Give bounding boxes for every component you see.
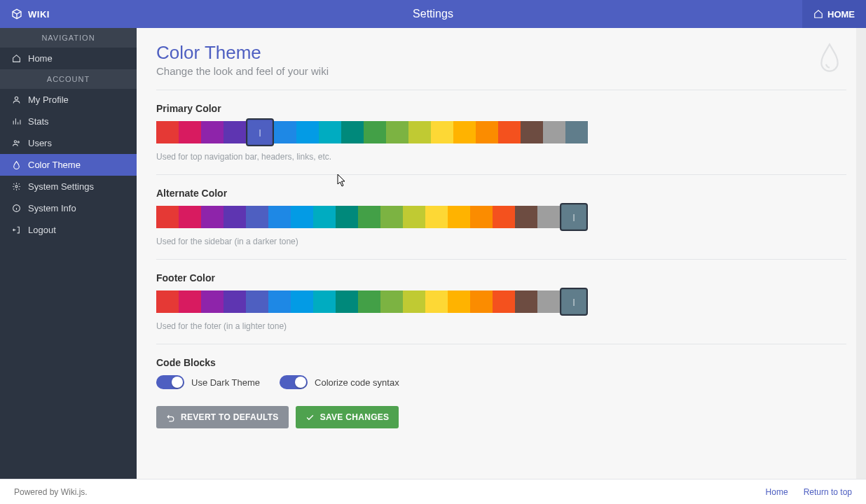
color-swatch[interactable] [431,121,453,144]
page-title: Color Theme [156,42,846,64]
sidebar-item-my-profile[interactable]: My Profile [0,89,137,111]
color-swatch[interactable] [179,206,201,228]
color-swatch[interactable] [403,290,425,313]
color-swatch[interactable] [179,121,201,144]
color-swatch[interactable] [224,206,246,228]
footer-powered: Powered by Wiki.js. [14,487,88,497]
color-swatch[interactable] [543,121,565,144]
color-swatch[interactable] [156,121,179,144]
color-swatch[interactable] [201,121,224,144]
color-swatch[interactable] [476,121,498,144]
color-swatch[interactable] [313,290,336,313]
color-swatch[interactable]: | [246,118,274,146]
svg-point-0 [15,97,18,99]
color-swatch[interactable] [336,290,358,313]
color-swatch[interactable] [515,290,537,313]
home-icon [11,54,21,63]
color-swatch[interactable] [364,121,386,144]
color-swatch[interactable]: | [560,288,588,316]
drop-icon [11,160,21,169]
color-swatch[interactable] [470,290,493,313]
color-swatch[interactable] [358,290,380,313]
sidebar-section-navigation: NAVIGATION [0,28,137,48]
color-swatch[interactable] [448,290,470,313]
color-swatch[interactable] [291,290,313,313]
sidebar-item-home[interactable]: Home [0,48,137,69]
color-swatch[interactable] [565,121,588,144]
color-swatch[interactable] [425,206,448,228]
color-swatch[interactable] [313,206,336,228]
section-label-alternate: Alternate Color [156,188,846,199]
color-swatch[interactable] [498,121,521,144]
swatch-row-primary: | [156,121,846,144]
sidebar-item-color-theme[interactable]: Color Theme [0,154,137,176]
color-swatch[interactable] [246,290,268,313]
sidebar-section-account: ACCOUNT [0,69,137,89]
save-button[interactable]: SAVE CHANGES [296,406,399,428]
color-swatch[interactable] [453,121,476,144]
color-swatch[interactable] [493,206,515,228]
users-icon [11,139,21,148]
color-swatch[interactable] [268,206,291,228]
color-swatch[interactable] [537,206,560,228]
toggle-dark-theme[interactable] [156,375,184,389]
color-swatch[interactable] [386,121,408,144]
sidebar-item-users[interactable]: Users [0,132,137,154]
svg-point-2 [18,141,19,143]
home-button[interactable]: HOME [802,0,866,28]
color-swatch[interactable] [268,290,291,313]
sidebar-item-system-info[interactable]: System Info [0,197,137,219]
color-swatch[interactable] [179,290,201,313]
color-swatch[interactable] [380,290,403,313]
color-swatch[interactable] [336,206,358,228]
color-swatch[interactable]: | [560,203,588,231]
footer-link-home[interactable]: Home [766,487,788,497]
color-swatch[interactable] [201,290,224,313]
toggle-colorize-label: Colorize code syntax [315,377,399,388]
color-swatch[interactable] [156,290,179,313]
color-swatch[interactable] [296,121,319,144]
info-icon [11,204,21,213]
help-text-primary: Used for top navigation bar, headers, li… [156,152,846,162]
color-swatch[interactable] [319,121,341,144]
main-content: Color Theme Change the look and feel of … [137,28,866,504]
color-swatch[interactable] [156,206,179,228]
brand[interactable]: WIKI [0,8,50,20]
color-swatch[interactable] [408,121,431,144]
sidebar-item-label: My Profile [28,94,69,105]
cube-icon [11,8,22,20]
color-swatch[interactable] [537,290,560,313]
color-swatch[interactable] [291,206,313,228]
user-icon [11,95,21,104]
sidebar-item-label: System Settings [28,181,94,192]
page-subtitle: Change the look and feel of your wiki [156,65,846,77]
sidebar-item-label: Stats [28,116,49,127]
color-swatch[interactable] [448,206,470,228]
footer-link-top[interactable]: Return to top [804,487,852,497]
sidebar: NAVIGATION Home ACCOUNT My Profile Stats… [0,28,137,504]
color-swatch[interactable] [470,206,493,228]
sidebar-item-stats[interactable]: Stats [0,111,137,132]
sidebar-item-logout[interactable]: Logout [0,219,137,241]
color-swatch[interactable] [515,206,537,228]
sidebar-item-system-settings[interactable]: System Settings [0,176,137,197]
color-swatch[interactable] [521,121,543,144]
color-swatch[interactable] [358,206,380,228]
color-swatch[interactable] [403,206,425,228]
color-swatch[interactable] [493,290,515,313]
color-swatch[interactable] [341,121,364,144]
color-swatch[interactable] [201,206,224,228]
toggle-colorize[interactable] [280,375,308,389]
top-nav: WIKI Settings HOME [0,0,866,28]
color-swatch[interactable] [246,206,268,228]
drop-icon [816,42,844,77]
color-swatch[interactable] [380,206,403,228]
home-icon [813,9,823,19]
color-swatch[interactable] [274,121,296,144]
color-swatch[interactable] [224,121,246,144]
color-swatch[interactable] [425,290,448,313]
section-label-primary: Primary Color [156,103,846,114]
color-swatch[interactable] [224,290,246,313]
revert-button[interactable]: REVERT TO DEFAULTS [156,406,289,428]
divider [156,344,846,344]
